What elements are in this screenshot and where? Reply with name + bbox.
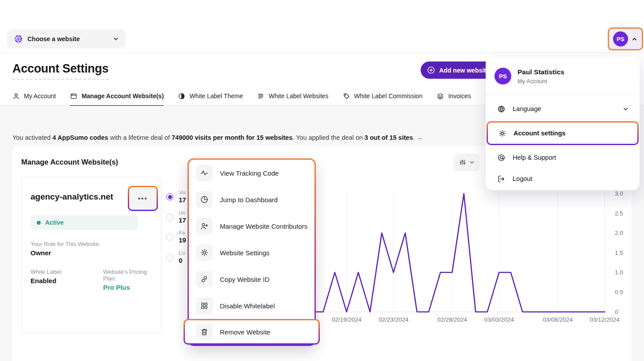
tab-white-label-theme[interactable]: White Label Theme [178, 88, 243, 105]
activity-icon [196, 165, 213, 181]
white-label-value: Enabled [31, 277, 62, 284]
notification-text: 3 out of 15 sites [364, 134, 413, 141]
chevron-up-icon [631, 36, 638, 42]
notification-arrow-link[interactable]: → [417, 134, 423, 141]
tab-label: White Label Websites [268, 92, 328, 100]
menu-item-disable-whitelabel[interactable]: Disable Whitelabel [189, 292, 314, 319]
svg-text:1.0: 1.0 [615, 269, 623, 276]
globe-icon [497, 105, 506, 113]
notification-text: . [413, 134, 415, 141]
white-label-label: White Label: [31, 269, 62, 275]
menu-item-jump-to-dashboard[interactable]: Jump to Dashboard [189, 186, 314, 213]
page-title: Account Settings [12, 62, 108, 80]
status-badge: Active [31, 215, 138, 230]
avatar: PS [494, 68, 511, 84]
sliders-icon [459, 158, 467, 166]
account-menu-item-help-support[interactable]: Help & Support [486, 147, 640, 168]
menu-item-remove-website[interactable]: Remove Website [185, 320, 318, 343]
menu-item-label: Copy Website ID [220, 276, 269, 283]
tab-label: White Label Commission [354, 92, 423, 100]
account-menu-item-label: Logout [513, 175, 629, 182]
tab-label: White Label Theme [189, 92, 243, 100]
account-menu-button[interactable]: PS [608, 27, 643, 50]
browser-icon [70, 92, 77, 100]
list-icon [257, 92, 264, 100]
role-value: Owner [31, 249, 100, 257]
plan-label: Website's Pricing Plan: [103, 269, 161, 282]
account-menu-item-label: Language [513, 105, 615, 112]
tab-white-label-websites[interactable]: White Label Websites [257, 88, 328, 105]
menu-item-label: Remove Website [220, 328, 270, 336]
menu-item-label: Manage Website Contributors [220, 223, 307, 230]
tab-manage-account-website-s-[interactable]: Manage Account Website(s) [70, 88, 164, 105]
tab-label: Manage Account Website(s) [81, 92, 164, 100]
tab-invoices[interactable]: Invoices [437, 88, 471, 105]
metric-radio[interactable] [166, 234, 173, 241]
role-label: Your Role for This Website: [31, 241, 100, 247]
trash-icon [196, 323, 213, 340]
notification-text: You activated [12, 134, 53, 141]
svg-text:3.0: 3.0 [615, 190, 623, 197]
help-icon [497, 154, 506, 162]
account-menu-item-account-settings[interactable]: Account settings [488, 123, 637, 144]
menu-item-view-tracking-code[interactable]: View Tracking Code [189, 160, 314, 186]
svg-text:02/19/2024: 02/19/2024 [332, 316, 362, 323]
appsumo-notification: You activated 4 AppSumo codes with a lif… [12, 134, 423, 141]
header-divider [0, 53, 644, 53]
notification-text: 4 AppSumo codes [53, 134, 108, 141]
website-context-menu: View Tracking Code Jump to Dashboard Man… [188, 158, 316, 346]
account-menu-item-label: Account settings [514, 130, 627, 137]
account-settings-highlight: Account settings [487, 121, 639, 145]
menu-item-label: Disable Whitelabel [220, 302, 275, 310]
metric-value: 17 [179, 196, 186, 204]
tag-icon [343, 92, 350, 100]
status-label: Active [45, 219, 64, 226]
metric-radio[interactable] [166, 214, 173, 221]
chevron-down-icon [622, 106, 629, 112]
tab-my-account[interactable]: My Account [12, 88, 56, 105]
dropdown-divider [486, 95, 640, 95]
menu-item-copy-website-id[interactable]: Copy Website ID [189, 266, 314, 292]
gear-icon [498, 129, 506, 138]
website-picker-label: Choose a website [27, 35, 108, 42]
website-menu-button[interactable]: ••• [129, 187, 157, 210]
menu-item-website-settings[interactable]: Website Settings [189, 239, 314, 266]
filter-button[interactable] [453, 154, 480, 171]
account-menu-item-language[interactable]: Language [486, 98, 640, 119]
contrast-icon [178, 92, 185, 100]
menu-item-label: Website Settings [220, 249, 269, 257]
svg-text:03/03/2024: 03/03/2024 [484, 316, 514, 323]
grid-icon [196, 297, 213, 314]
chevron-down-icon [112, 35, 119, 42]
link-icon [196, 271, 213, 288]
account-menu-item-logout[interactable]: Logout [486, 168, 640, 189]
account-dropdown-header: PS Paul Statistics My Account [494, 68, 564, 84]
plan-value: Pro Plus [103, 284, 161, 291]
user-plus-icon [196, 218, 213, 234]
svg-text:0.5: 0.5 [615, 289, 623, 296]
tab-label: Invoices [448, 92, 471, 100]
notification-text: with a lifetime deal of [108, 134, 172, 141]
avatar: PS [613, 31, 628, 46]
metric-radio[interactable] [166, 193, 173, 200]
svg-text:03/08/2024: 03/08/2024 [543, 316, 573, 323]
website-menu-highlight: ••• [128, 186, 158, 211]
menu-item-label: View Tracking Code [220, 169, 279, 177]
logout-icon [497, 175, 506, 183]
tab-label: My Account [24, 92, 56, 100]
menu-item-manage-website-contributors[interactable]: Manage Website Contributors [189, 213, 314, 239]
website-picker[interactable]: Choose a website [7, 29, 126, 49]
globe-brand-icon [13, 34, 23, 44]
account-menu-item-label: Help & Support [513, 154, 629, 161]
plus-circle-icon [427, 66, 435, 74]
website-domain: agency-analytics.net [31, 192, 113, 202]
remove-website-highlight: Remove Website [184, 319, 320, 345]
menu-item-label: Jump to Dashboard [220, 196, 278, 204]
tab-white-label-commission[interactable]: White Label Commission [343, 88, 423, 105]
panel-title: Manage Account Website(s) [21, 158, 118, 166]
metric-radio[interactable] [166, 254, 173, 261]
svg-text:03/12/2024: 03/12/2024 [590, 316, 620, 323]
user-icon [12, 92, 20, 100]
svg-text:2.0: 2.0 [615, 230, 623, 236]
notification-text: . You applied the deal on [292, 134, 364, 141]
